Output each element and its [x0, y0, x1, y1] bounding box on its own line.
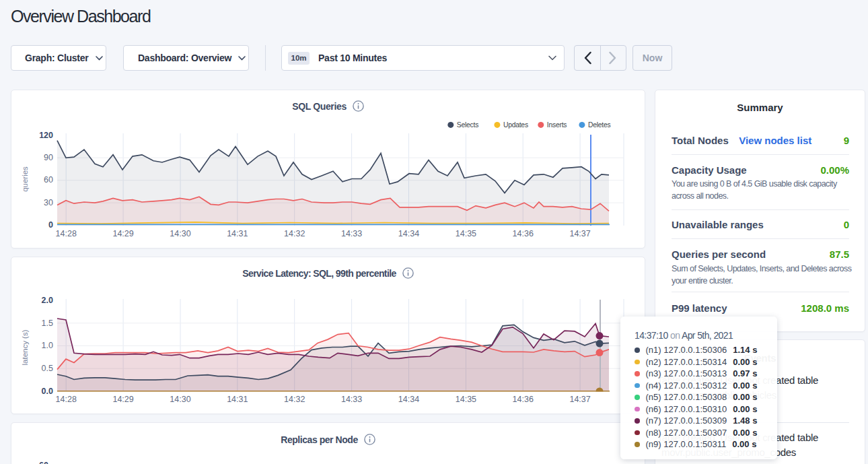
svg-text:14:37: 14:37: [569, 395, 590, 404]
svg-text:14:31: 14:31: [227, 229, 248, 238]
svg-text:0.0: 0.0: [42, 387, 53, 396]
svg-text:Updates: Updates: [503, 121, 528, 129]
svg-text:Inserts: Inserts: [547, 121, 567, 129]
svg-text:0.5: 0.5: [42, 364, 53, 373]
svg-text:0: 0: [48, 220, 53, 230]
svg-text:14:36: 14:36: [513, 395, 534, 404]
svg-text:14:29: 14:29: [112, 229, 133, 238]
svg-text:14:31: 14:31: [227, 395, 248, 404]
svg-text:90: 90: [44, 153, 53, 162]
svg-text:14:36: 14:36: [513, 229, 534, 238]
svg-text:14:30: 14:30: [170, 395, 190, 404]
svg-text:latency (s): latency (s): [21, 329, 29, 365]
svg-text:1.0: 1.0: [42, 341, 53, 350]
svg-text:14:28: 14:28: [56, 229, 77, 238]
svg-text:60: 60: [44, 175, 53, 185]
svg-text:14:35: 14:35: [456, 229, 476, 238]
svg-text:14:34: 14:34: [398, 229, 419, 238]
svg-text:14:32: 14:32: [284, 395, 305, 404]
svg-text:14:37: 14:37: [569, 229, 590, 238]
svg-text:14:28: 14:28: [56, 395, 77, 404]
svg-text:14:30: 14:30: [170, 229, 190, 238]
svg-text:2.0: 2.0: [42, 296, 53, 305]
svg-text:14:33: 14:33: [341, 229, 362, 238]
svg-text:14:34: 14:34: [398, 395, 419, 404]
svg-text:30: 30: [44, 198, 53, 207]
svg-text:1.5: 1.5: [42, 319, 53, 328]
svg-text:Deletes: Deletes: [588, 121, 611, 129]
svg-text:14:32: 14:32: [284, 229, 305, 238]
svg-text:queries: queries: [21, 166, 29, 192]
svg-text:Selects: Selects: [457, 121, 478, 129]
svg-text:120: 120: [39, 131, 53, 140]
svg-text:14:35: 14:35: [456, 395, 476, 404]
svg-text:14:33: 14:33: [341, 395, 362, 404]
svg-text:14:29: 14:29: [112, 395, 133, 404]
